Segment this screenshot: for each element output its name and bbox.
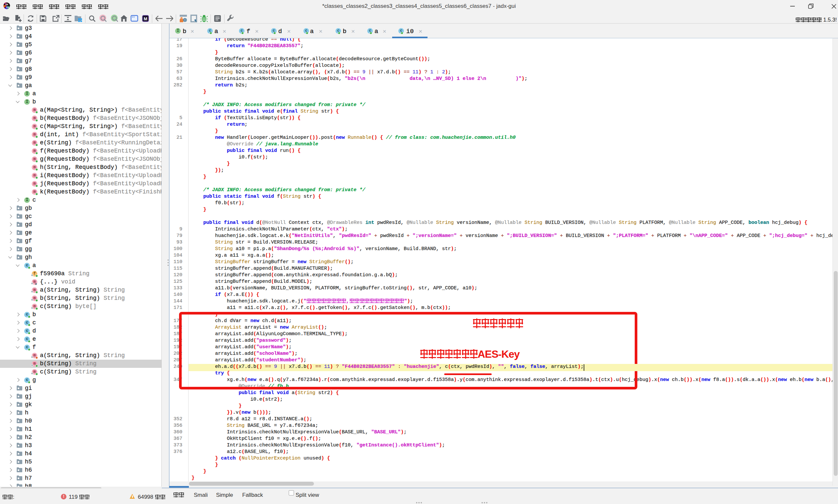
- svg-text:M: M: [144, 16, 147, 21]
